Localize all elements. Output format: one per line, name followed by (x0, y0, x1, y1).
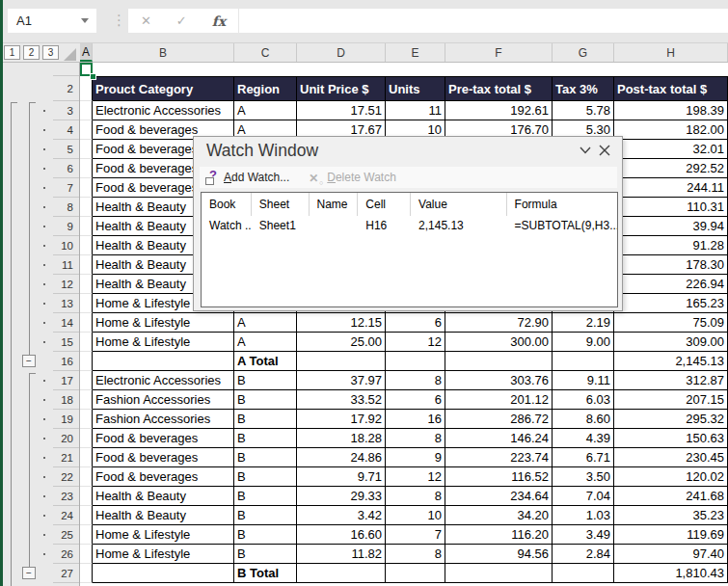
cell-H13[interactable]: 165.23 (614, 294, 728, 313)
cell-H3[interactable]: 198.39 (614, 101, 728, 120)
cell-F3[interactable]: 192.61 (445, 101, 553, 120)
row-header-23[interactable]: 23 (53, 487, 79, 506)
cell-H9[interactable]: 39.94 (614, 217, 728, 236)
column-header-F[interactable]: F (445, 43, 553, 62)
cell-D17[interactable]: 37.97 (297, 371, 386, 390)
row-header-8[interactable]: 8 (53, 198, 79, 217)
cell-B27[interactable] (93, 564, 234, 583)
cell-D21[interactable]: 24.86 (297, 448, 386, 467)
cell-A23[interactable] (80, 487, 93, 506)
cell-E3[interactable]: 11 (386, 101, 445, 120)
name-box-dropdown-icon[interactable] (81, 18, 89, 23)
cell-C23[interactable]: B (234, 487, 297, 506)
cell-C27[interactable]: B Total (234, 564, 297, 583)
row-header-18[interactable]: 18 (53, 390, 79, 410)
row-header-5[interactable]: 5 (53, 140, 79, 159)
cell-A27[interactable] (80, 564, 93, 583)
cell-C25[interactable]: B (234, 525, 297, 545)
cell-C15[interactable]: A (234, 333, 297, 352)
cell-A14[interactable] (80, 313, 93, 333)
formula-bar-drag-handle[interactable]: ⋮ (112, 12, 126, 29)
cell-F20[interactable]: 146.24 (445, 429, 553, 448)
cell-D26[interactable]: 11.82 (297, 545, 386, 564)
cell-F23[interactable]: 234.64 (445, 487, 553, 506)
cell-D14[interactable]: 12.15 (297, 313, 386, 333)
table-header-cell[interactable]: Prouct Category (93, 76, 234, 101)
cell-B20[interactable]: Food & beverages (93, 429, 234, 448)
cell-H12[interactable]: 226.94 (614, 275, 728, 294)
cell-G22[interactable]: 3.50 (553, 467, 614, 487)
cell-A21[interactable] (80, 448, 93, 467)
cell-A5[interactable] (80, 140, 93, 159)
cell-G3[interactable]: 5.78 (553, 101, 614, 120)
cell-A25[interactable] (80, 525, 93, 545)
cell-E21[interactable]: 9 (386, 448, 445, 467)
cell-B22[interactable]: Food & beverages (93, 467, 234, 487)
cell-F16[interactable] (445, 352, 553, 371)
cell-C24[interactable]: B (234, 506, 297, 525)
cell-G15[interactable]: 9.00 (553, 333, 614, 352)
cell-A16[interactable] (80, 352, 93, 371)
cell-H17[interactable]: 312.87 (614, 371, 728, 390)
cell-E16[interactable] (386, 352, 445, 371)
cell-H14[interactable]: 75.09 (614, 313, 728, 333)
row-header-4[interactable]: 4 (53, 120, 79, 140)
row-header-11[interactable]: 11 (53, 255, 79, 275)
row-header-14[interactable]: 14 (53, 313, 79, 333)
cell-E19[interactable]: 16 (386, 410, 445, 429)
cell-B18[interactable]: Fashion Accessories (93, 390, 234, 410)
cell-C21[interactable]: B (234, 448, 297, 467)
cell-E18[interactable]: 6 (386, 390, 445, 410)
cell-B19[interactable]: Fashion Accessories (93, 410, 234, 429)
cell-A18[interactable] (80, 390, 93, 410)
cell-A26[interactable] (80, 545, 93, 564)
collapse-group-button-row-27[interactable]: − (22, 567, 36, 579)
row-header-25[interactable]: 25 (53, 525, 79, 545)
row-header-12[interactable]: 12 (53, 275, 79, 294)
cell-E15[interactable]: 12 (386, 333, 445, 352)
select-all-icon[interactable] (64, 48, 76, 61)
cell-E20[interactable]: 8 (386, 429, 445, 448)
row-header-13[interactable]: 13 (53, 294, 79, 313)
collapse-group-button-row-16[interactable]: − (22, 355, 36, 367)
cell-C16[interactable]: A Total (234, 352, 297, 371)
cell-C17[interactable]: B (234, 371, 297, 390)
cell-A7[interactable] (80, 178, 93, 198)
row-header-26[interactable]: 26 (53, 545, 79, 564)
column-header-C[interactable]: C (234, 43, 297, 62)
cell-H5[interactable]: 32.01 (614, 140, 728, 159)
cell-G16[interactable] (553, 352, 614, 371)
cell-A15[interactable] (80, 333, 93, 352)
cell-H20[interactable]: 150.63 (614, 429, 728, 448)
cell-A8[interactable] (80, 198, 93, 217)
cell-H23[interactable]: 241.68 (614, 487, 728, 506)
cell-G25[interactable]: 3.49 (553, 525, 614, 545)
row-header-21[interactable]: 21 (53, 448, 79, 467)
cell-A24[interactable] (80, 506, 93, 525)
cell-B21[interactable]: Food & beverages (93, 448, 234, 467)
column-header-D[interactable]: D (297, 43, 386, 62)
cell-E23[interactable]: 8 (386, 487, 445, 506)
cell-E14[interactable]: 6 (386, 313, 445, 333)
row-header-10[interactable]: 10 (53, 236, 79, 255)
cell-F22[interactable]: 116.52 (445, 467, 553, 487)
cell-H16[interactable]: 2,145.13 (614, 352, 728, 371)
cell-G26[interactable]: 2.84 (553, 545, 614, 564)
row-header-6[interactable]: 6 (53, 159, 79, 178)
cell-E27[interactable] (386, 564, 445, 583)
cell-F18[interactable]: 201.12 (445, 390, 553, 410)
cell-H7[interactable]: 244.11 (614, 178, 728, 198)
cell-H8[interactable]: 110.31 (614, 198, 728, 217)
cell-F17[interactable]: 303.76 (445, 371, 553, 390)
cell-F27[interactable] (445, 564, 553, 583)
cell-C18[interactable]: B (234, 390, 297, 410)
cell-G17[interactable]: 9.11 (553, 371, 614, 390)
cell-D3[interactable]: 17.51 (297, 101, 386, 120)
column-header-E[interactable]: E (386, 43, 445, 62)
fill-handle[interactable] (90, 73, 96, 80)
cell-H19[interactable]: 295.32 (614, 410, 728, 429)
cell-F24[interactable]: 34.20 (445, 506, 553, 525)
cell-B26[interactable]: Home & Lifestyle (93, 545, 234, 564)
cell-G24[interactable]: 1.03 (553, 506, 614, 525)
row-header-9[interactable]: 9 (53, 217, 79, 236)
